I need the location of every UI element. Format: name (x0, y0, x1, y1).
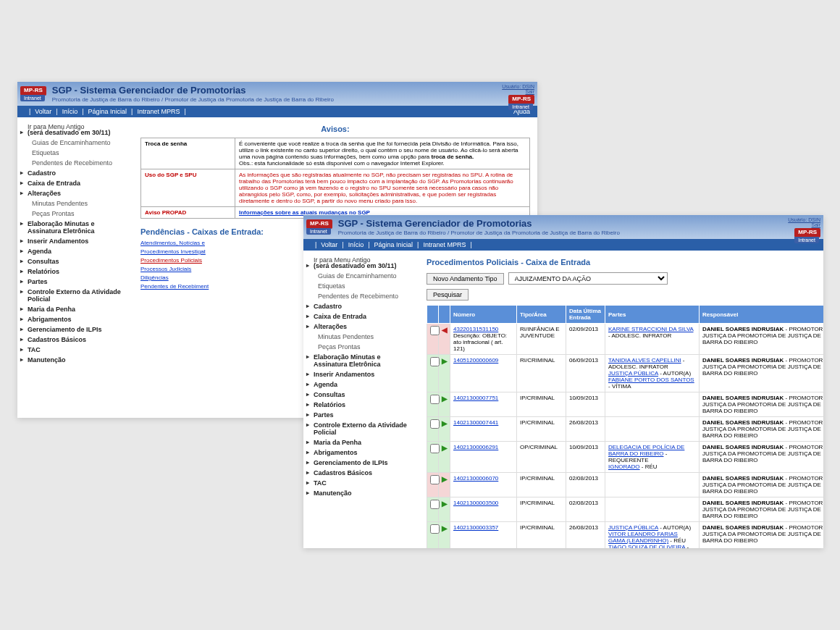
side-agenda-2[interactable]: Agenda (306, 379, 416, 390)
row-checkbox[interactable] (430, 326, 440, 335)
side-consultas-2[interactable]: Consultas (306, 390, 416, 400)
side-relatorios-2[interactable]: Relatórios (306, 400, 416, 410)
col-numero[interactable]: Número (450, 306, 517, 324)
numero-link[interactable]: 14021300003357 (453, 524, 498, 531)
table-row: ▶14021300007441IP/CRIMINAL26/08/2013DANI… (427, 417, 824, 442)
user-link-2[interactable]: Usuário: DSIN (788, 217, 820, 222)
side-abrigamentos-2[interactable]: Abrigamentos (306, 448, 416, 458)
numero-link[interactable]: 43220131531150 (453, 326, 498, 332)
parte-link[interactable]: KARINE STRACCIONI DA SILVA (608, 326, 694, 332)
row-checkbox-cell (427, 324, 439, 355)
parte-link[interactable]: IGNORADO (608, 463, 640, 470)
table-row: ◀43220131531150Descrição: OBJETO: ato in… (427, 324, 824, 355)
nav-pagina-2[interactable]: Página Inicial (374, 241, 413, 248)
side-alteracoes-2[interactable]: Alterações (306, 322, 416, 332)
col-resp[interactable]: Responsável (700, 306, 824, 324)
side-pecas[interactable]: Peças Prontas (20, 209, 130, 219)
side-agenda[interactable]: Agenda (20, 246, 130, 256)
numero-link[interactable]: 14021300007751 (453, 395, 498, 401)
numero-link[interactable]: 14021300006070 (453, 475, 498, 482)
row-data: 10/09/2013 (566, 442, 605, 473)
parte-link[interactable]: VITOR LEANDRO FARIAS GAMA (LEANDRINHO) (608, 531, 678, 544)
side-elaboracao[interactable]: Elaboração Minutas e Assinatura Eletrôni… (20, 219, 130, 236)
row-resp: DANIEL SOARES INDRUSIAK - PROMOTOR DE JU… (700, 442, 824, 473)
side-etiquetas-2[interactable]: Etiquetas (306, 281, 416, 291)
side-elaboracao-2[interactable]: Elaboração Minutas e Assinatura Eletrôni… (306, 352, 416, 369)
numero-link[interactable]: 14051200000609 (453, 357, 498, 364)
side-maria[interactable]: Maria da Penha (20, 304, 130, 314)
side-cadastro[interactable]: Cadastro (20, 168, 130, 178)
side-relatorios[interactable]: Relatórios (20, 266, 130, 277)
parte-link[interactable]: DELEGACIA DE POLÍCIA DE BARRA DO RIBEIRO (608, 444, 684, 457)
numero-link[interactable]: 14021300007441 (453, 419, 498, 426)
nav-inicio[interactable]: Início (62, 108, 78, 115)
parte-link[interactable]: TIAGO SOUZA DE OLIVEIRA (608, 544, 685, 548)
row-checkbox[interactable] (430, 395, 440, 404)
side-manutencao-2[interactable]: Manutenção (306, 488, 416, 498)
side-guias[interactable]: Guias de Encaminhamento (20, 138, 130, 148)
nav-intranet[interactable]: Intranet MPRS (137, 108, 180, 115)
side-maria-2[interactable]: Maria da Penha (306, 437, 416, 448)
side-tac-2[interactable]: TAC (306, 478, 416, 488)
side-tac[interactable]: TAC (20, 345, 130, 355)
side-caixa-2[interactable]: Caixa de Entrada (306, 311, 416, 322)
side-manutencao[interactable]: Manutenção (20, 355, 130, 365)
nav-inicio-2[interactable]: Início (348, 241, 364, 248)
row-checkbox[interactable] (430, 419, 440, 429)
numero-link[interactable]: 14021300003500 (453, 500, 498, 506)
col-data[interactable]: Data Última Entrada (566, 306, 605, 324)
side-inserir-2[interactable]: Inserir Andamentos (306, 369, 416, 379)
data-table: Número Tipo/Área Data Última Entrada Par… (427, 305, 823, 548)
nav-pagina[interactable]: Página Inicial (88, 108, 127, 115)
tipo-select[interactable]: AJUIZAMENTO DA AÇÃO (508, 272, 668, 285)
side-gerenciamento[interactable]: Gerenciamento de ILPIs (20, 324, 130, 335)
side-partes-2[interactable]: Partes (306, 410, 416, 420)
side-cadbasicos-2[interactable]: Cadastros Básicos (306, 468, 416, 478)
col-tipo[interactable]: Tipo/Área (517, 306, 566, 324)
side-cadbasicos[interactable]: Cadastros Básicos (20, 335, 130, 345)
row-arrow-cell: ▶ (439, 355, 450, 392)
nav-voltar[interactable]: Voltar (35, 108, 51, 115)
side-controle[interactable]: Controle Externo da Atividade Policial (20, 287, 130, 304)
row-checkbox[interactable] (430, 357, 440, 366)
side-abrigamentos[interactable]: Abrigamentos (20, 314, 130, 324)
side-caixa[interactable]: Caixa de Entrada (20, 178, 130, 188)
side-etiquetas[interactable]: Etiquetas (20, 148, 130, 158)
col-partes[interactable]: Partes (605, 306, 700, 324)
pesquisar-button[interactable]: Pesquisar (427, 289, 469, 301)
side-controle-2[interactable]: Controle Externo da Atividade Policial (306, 420, 416, 437)
row-tipo: IP/CRIMINAL (517, 473, 566, 497)
row-checkbox[interactable] (430, 500, 440, 509)
side-inserir[interactable]: Inserir Andamentos (20, 236, 130, 246)
side-gerenciamento-2[interactable]: Gerenciamento de ILPIs (306, 458, 416, 468)
side-cadastro-2[interactable]: Cadastro (306, 301, 416, 311)
table-row: ▶14021300003357IP/CRIMINAL26/08/2013JUST… (427, 522, 824, 549)
sair-link-2[interactable]: Sair (812, 222, 820, 227)
novo-andamento-button[interactable]: Novo Andamento Tipo (427, 273, 504, 285)
nav-intranet-2[interactable]: Intranet MPRS (423, 241, 466, 248)
parte-link[interactable]: JUSTIÇA PÚBLICA (608, 370, 658, 377)
numero-link[interactable]: 14021300006291 (453, 444, 498, 450)
nav-voltar-2[interactable]: Voltar (321, 241, 337, 248)
row-numero: 14021300003357 (450, 522, 517, 549)
row-data: 02/08/2013 (566, 497, 605, 522)
parte-link[interactable]: TANIDIA ALVES CAPELLINI (608, 357, 681, 364)
side-guias-2[interactable]: Guias de Encaminhamento (306, 271, 416, 281)
row-checkbox[interactable] (430, 524, 440, 534)
side-pecas-2[interactable]: Peças Prontas (306, 342, 416, 352)
side-alteracoes[interactable]: Alterações (20, 188, 130, 198)
parte-link[interactable]: FABIANE PORTO DOS SANTOS (608, 377, 694, 383)
parte-link[interactable]: JUSTIÇA PÚBLICA (608, 524, 658, 531)
side-pend-receb-2[interactable]: Pendentes de Recebimento (306, 291, 416, 301)
side-partes[interactable]: Partes (20, 277, 130, 287)
row-checkbox[interactable] (430, 475, 440, 484)
row-resp: DANIEL SOARES INDRUSIAK - PROMOTOR DE JU… (700, 355, 824, 392)
side-pend-receb[interactable]: Pendentes de Recebimento (20, 158, 130, 168)
row-checkbox[interactable] (430, 444, 440, 453)
side-minutas-2[interactable]: Minutas Pendentes (306, 332, 416, 342)
arrow-right-icon: ▶ (442, 475, 448, 483)
sair-link[interactable]: Sair (526, 89, 534, 94)
side-minutas[interactable]: Minutas Pendentes (20, 198, 130, 209)
user-link[interactable]: Usuário: DSIN (502, 84, 534, 89)
side-consultas[interactable]: Consultas (20, 256, 130, 266)
